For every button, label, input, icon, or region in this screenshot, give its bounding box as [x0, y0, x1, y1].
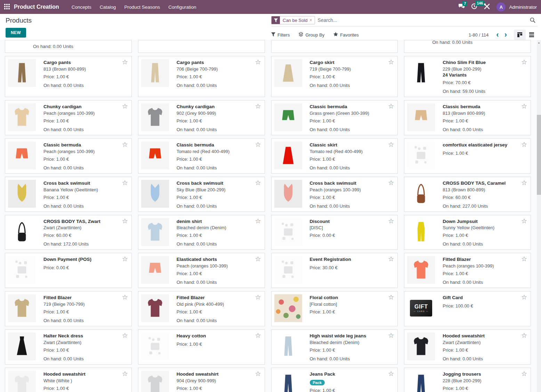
product-variants-count[interactable]: 24 Variants	[443, 72, 486, 78]
product-card[interactable]: Down Payment (POS) Price: 0.00 € ☆	[5, 253, 132, 288]
partial-card[interactable]	[138, 40, 265, 53]
favorite-star-icon[interactable]: ☆	[255, 141, 261, 149]
product-title[interactable]: Cross back swimsuit	[310, 181, 361, 186]
search-facet[interactable]: Can be Sold ×	[271, 16, 315, 24]
product-card[interactable]: Classic bermuda Grass green (Green 300-3…	[271, 100, 398, 135]
product-title[interactable]: Heavy cotton	[177, 333, 206, 339]
partial-card[interactable]	[271, 40, 398, 53]
favorite-star-icon[interactable]: ☆	[122, 141, 128, 149]
product-title[interactable]: Down Jumpsuit	[443, 219, 494, 225]
product-card[interactable]: denim shirt Bleached denim (Denim) Price…	[138, 215, 265, 250]
filters-button[interactable]: Filters	[271, 32, 290, 38]
product-title[interactable]: Fitted Blazer	[43, 295, 85, 301]
product-card[interactable]: Chunky cardigan 902 (Grey 900-999) Price…	[138, 100, 265, 135]
user-name[interactable]: Administrator	[509, 5, 537, 10]
favorite-star-icon[interactable]: ☆	[521, 255, 527, 263]
favorite-star-icon[interactable]: ☆	[388, 179, 394, 187]
product-card[interactable]: Hooded sweatshirt Zwart (Zwarttinten) Pr…	[404, 329, 531, 365]
list-view-button[interactable]	[526, 30, 538, 40]
vertical-scrollbar[interactable]: ▲	[537, 40, 541, 392]
favorite-star-icon[interactable]: ☆	[521, 217, 527, 225]
favorite-star-icon[interactable]: ☆	[388, 331, 394, 339]
kanban-view-button[interactable]	[514, 30, 526, 40]
avatar[interactable]: A	[496, 2, 506, 11]
product-title[interactable]: Classic bermuda	[43, 142, 95, 148]
favorite-star-icon[interactable]: ☆	[122, 293, 128, 301]
favorite-star-icon[interactable]: ☆	[255, 102, 261, 110]
menu-catalog[interactable]: Catalog	[100, 5, 116, 10]
product-title[interactable]: Jogging trousers	[443, 371, 483, 377]
product-card[interactable]: Cargo pants 813 (Brown 800-899) Price: 1…	[5, 56, 132, 97]
product-title[interactable]: Halter Neck dress	[43, 333, 84, 339]
favorite-star-icon[interactable]: ☆	[255, 293, 261, 301]
product-card[interactable]: Classic bermuda Peach (oranges 100-399) …	[5, 138, 132, 174]
product-card[interactable]: Elasticated shorts Peach (oranges 100-39…	[138, 253, 265, 288]
favorite-star-icon[interactable]: ☆	[388, 293, 394, 301]
favorite-star-icon[interactable]: ☆	[122, 102, 128, 110]
favorite-star-icon[interactable]: ☆	[255, 217, 261, 225]
product-card[interactable]: Fitted Blazer 719 (Beige 700-799) Price:…	[5, 291, 132, 326]
product-card[interactable]: Hooded sweatshirt White (White ) Price: …	[5, 368, 132, 392]
favorite-star-icon[interactable]: ☆	[388, 58, 394, 66]
pager-next-icon[interactable]: ›	[502, 32, 509, 38]
favorite-star-icon[interactable]: ☆	[122, 255, 128, 263]
product-card[interactable]: Floral cotton [Floral cotton] Price: 1.0…	[271, 291, 398, 326]
product-card[interactable]: Cargo pants 706 (Beige 700-799) Price: 1…	[138, 56, 265, 97]
product-title[interactable]: Hooded sweatshirt	[177, 371, 219, 377]
favorite-star-icon[interactable]: ☆	[122, 58, 128, 66]
favorite-star-icon[interactable]: ☆	[122, 179, 128, 187]
product-card[interactable]: Event Registration Price: 30.00 € ☆	[271, 253, 398, 288]
product-title[interactable]: Elasticated shorts	[177, 257, 228, 263]
product-card[interactable]: Down Jumpsuit Sunny Yellow (Geeltinten) …	[404, 215, 531, 250]
product-title[interactable]: Hooded sweatshirt	[443, 333, 485, 339]
product-title[interactable]: Fitted Blazer	[443, 257, 494, 263]
favorite-star-icon[interactable]: ☆	[388, 102, 394, 110]
product-title[interactable]: Fitted Blazer	[177, 295, 224, 301]
favorite-star-icon[interactable]: ☆	[521, 58, 527, 66]
debug-tools-button[interactable]	[484, 3, 490, 11]
product-card[interactable]: Classic bermuda Tomato red (Red 400-499)…	[138, 138, 265, 174]
product-title[interactable]: CROSS BODY TAS, Caramel	[443, 181, 506, 186]
favorite-star-icon[interactable]: ☆	[388, 255, 394, 263]
product-title[interactable]: Classic bermuda	[310, 104, 369, 110]
new-button[interactable]: NEW	[6, 28, 26, 38]
search-input[interactable]	[315, 17, 530, 23]
favorite-star-icon[interactable]: ☆	[388, 217, 394, 225]
product-title[interactable]: Cross back swimsuit	[43, 181, 98, 186]
product-title[interactable]: Floral cotton	[310, 295, 338, 301]
product-title[interactable]: Classic skirt	[310, 142, 363, 148]
messages-button[interactable]: 7	[458, 3, 465, 11]
favorite-star-icon[interactable]: ☆	[521, 102, 527, 110]
product-title[interactable]: denim shirt	[177, 219, 226, 225]
menu-product-seasons[interactable]: Product Seasons	[124, 5, 160, 10]
product-card[interactable]: Chunky cardigan Peach (oranges 100-399) …	[5, 100, 132, 135]
product-card[interactable]: Fitted Blazer Peach (oranges 100-399) Pr…	[404, 253, 531, 288]
product-title[interactable]: High waist wide leg jeans	[310, 333, 366, 339]
product-card[interactable]: Cargo skirt 719 (Beige 700-799) Price: 1…	[271, 56, 398, 97]
facet-remove-icon[interactable]: ×	[310, 18, 315, 23]
product-card[interactable]: Discount [DISC] Price: 0.00 € ☆	[271, 215, 398, 250]
favorite-star-icon[interactable]: ☆	[255, 58, 261, 66]
menu-concepts[interactable]: Concepts	[72, 5, 91, 10]
favorite-star-icon[interactable]: ☆	[255, 179, 261, 187]
favorite-star-icon[interactable]: ☆	[388, 141, 394, 149]
favorites-button[interactable]: Favorites	[333, 32, 358, 38]
product-card[interactable]: Halter Neck dress Zwart (Zwarttinten) Pr…	[5, 329, 132, 365]
favorite-star-icon[interactable]: ☆	[122, 370, 128, 378]
favorite-star-icon[interactable]: ☆	[255, 370, 261, 378]
favorite-star-icon[interactable]: ☆	[521, 179, 527, 187]
partial-card[interactable]: On hand: 0.00 Units	[5, 40, 132, 53]
activities-button[interactable]: 146	[471, 3, 477, 11]
product-card[interactable]: Classic skirt Tomato red (Red 400-499) P…	[271, 138, 398, 174]
product-card[interactable]: CROSS BODY TAS, Caramel 813 (Brown 800-8…	[404, 177, 531, 212]
product-card[interactable]: Jeans Pack Pack Price: 1.00 € On hand: 1…	[271, 368, 398, 392]
favorite-star-icon[interactable]: ☆	[122, 331, 128, 339]
product-title[interactable]: Event Registration	[310, 257, 351, 263]
partial-card[interactable]: On hand: 0.00 Units	[404, 40, 531, 53]
product-title[interactable]: Cargo skirt	[310, 60, 351, 66]
product-card[interactable]: Cross back swimsuit Sky Blue (Blue 200-2…	[138, 177, 265, 212]
search-icon[interactable]	[530, 17, 535, 23]
product-card[interactable]: Hooded sweatshirt 904 (Grey 900-999) Pri…	[138, 368, 265, 392]
scrollbar-thumb[interactable]	[537, 115, 541, 195]
product-title[interactable]: comfortlux elasticated jersey	[443, 142, 507, 148]
